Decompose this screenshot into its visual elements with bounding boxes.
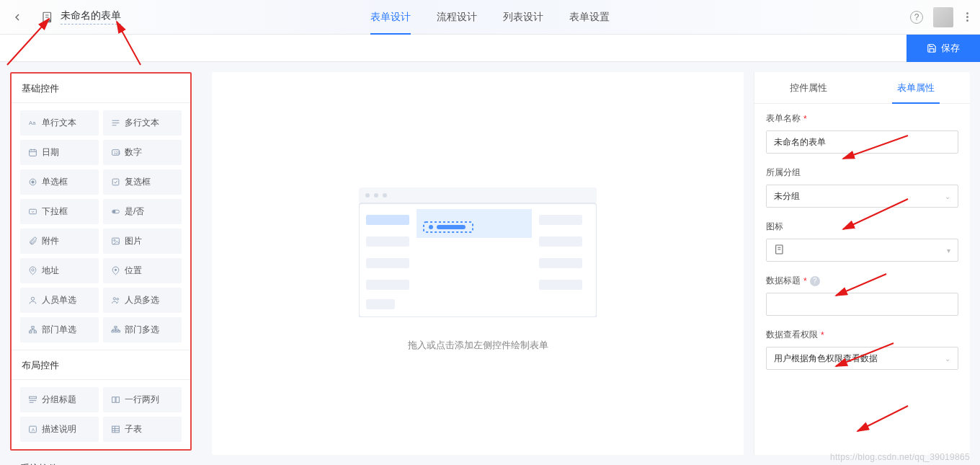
widget-item-label: 描述说明	[42, 423, 76, 435]
widget-number[interactable]: 123数字	[103, 140, 182, 165]
widget-desc[interactable]: A描述说明	[20, 417, 99, 442]
field-data-title: 数据标题* ?	[766, 275, 958, 316]
widget-checkbox[interactable]: 复选框	[103, 169, 182, 195]
field-group: 所属分组 未分组 ⌄	[766, 167, 958, 208]
address-icon	[27, 266, 37, 276]
icon-preview	[774, 244, 785, 257]
svg-rect-47	[366, 215, 409, 225]
widget-depts[interactable]: 部门多选	[103, 317, 182, 342]
svg-point-16	[112, 211, 115, 213]
svg-rect-30	[117, 331, 120, 332]
widget-item-label: 子表	[125, 423, 142, 435]
widget-item-label: 附件	[42, 235, 59, 247]
svg-rect-27	[114, 327, 116, 328]
back-button[interactable]	[0, 0, 35, 35]
select-view-permission[interactable]: 用户根据角色权限查看数据 ⌄	[766, 347, 958, 370]
label-data-title: 数据标题* ?	[766, 275, 958, 287]
help-icon[interactable]: ?	[910, 11, 923, 24]
tab-flow-design[interactable]: 流程设计	[437, 0, 477, 35]
widget-image[interactable]: 图片	[103, 229, 182, 254]
widget-user[interactable]: 人员单选	[20, 288, 99, 313]
widget-dept[interactable]: 部门单选	[20, 317, 99, 342]
tab-form-props[interactable]: 表单属性	[863, 72, 971, 103]
save-button-label: 保存	[941, 42, 960, 55]
widget-users[interactable]: 人员多选	[103, 288, 182, 313]
help-icon[interactable]: ?	[810, 276, 820, 286]
svg-rect-24	[31, 327, 33, 329]
properties-panel: 控件属性 表单属性 表单名称* 所属分组 未分组 ⌄ 图标	[754, 72, 970, 455]
svg-rect-29	[115, 331, 117, 332]
widget-switch[interactable]: 是/否	[103, 199, 182, 224]
tab-form-settings[interactable]: 表单设置	[569, 0, 610, 35]
widget-item-label: 地址	[42, 265, 59, 277]
select-icon[interactable]: ▾	[766, 239, 958, 262]
svg-rect-52	[416, 209, 532, 238]
desc-icon: A	[27, 425, 37, 435]
widget-item-label: 多行文本	[125, 117, 159, 129]
two-col-icon	[110, 395, 120, 405]
tab-form-design[interactable]: 表单设计	[370, 0, 411, 35]
widget-item-label: 复选框	[125, 176, 151, 188]
form-icon	[40, 10, 55, 25]
svg-rect-51	[366, 299, 395, 309]
widget-dropdown[interactable]: 下拉框	[20, 199, 99, 224]
chevron-down-icon: ⌄	[945, 355, 950, 363]
chevron-down-icon: ▾	[947, 247, 950, 254]
multitext-icon	[110, 118, 120, 128]
number-icon: 123	[110, 148, 120, 158]
svg-rect-38	[112, 426, 119, 433]
svg-rect-5	[29, 150, 36, 156]
widget-group-title[interactable]: 分组标题	[20, 387, 99, 412]
label-form-name: 表单名称*	[766, 112, 958, 125]
widget-item-label: 是/否	[125, 205, 144, 218]
title-area: 未命名的表单	[35, 9, 121, 25]
tab-widget-props[interactable]: 控件属性	[754, 72, 863, 103]
widget-date[interactable]: 日期	[20, 140, 99, 165]
widget-attach[interactable]: 附件	[20, 229, 99, 254]
svg-point-45	[383, 193, 387, 198]
toolbar: 保存	[0, 35, 980, 62]
widget-item-label: 部门多选	[125, 324, 159, 336]
widget-subtable[interactable]: 子表	[103, 417, 182, 442]
svg-point-20	[115, 269, 116, 270]
basic-widgets-grid: Aa单行文本多行文本日期123数字单选框复选框下拉框是/否附件图片地址位置人员单…	[12, 103, 190, 350]
more-menu-icon[interactable]	[963, 9, 971, 25]
select-group[interactable]: 未分组 ⌄	[766, 185, 958, 208]
svg-point-54	[429, 225, 433, 229]
widget-location[interactable]: 位置	[103, 258, 182, 283]
svg-rect-28	[112, 331, 114, 332]
widget-text[interactable]: Aa单行文本	[20, 110, 99, 136]
properties-body: 表单名称* 所属分组 未分组 ⌄ 图标 ▾	[754, 104, 970, 391]
widget-multitext[interactable]: 多行文本	[103, 110, 182, 136]
placeholder-illustration	[359, 187, 597, 317]
image-icon	[110, 236, 120, 247]
placeholder-text: 拖入或点击添加左侧控件绘制表单	[408, 339, 548, 352]
field-icon: 图标 ▾	[766, 221, 958, 262]
select-group-value: 未分组	[774, 190, 800, 203]
input-form-name[interactable]	[766, 130, 958, 154]
save-button[interactable]: 保存	[906, 35, 980, 62]
chevron-down-icon: ⌄	[945, 192, 950, 200]
svg-rect-57	[539, 236, 582, 247]
svg-rect-58	[539, 258, 582, 268]
canvas-dropzone[interactable]: 拖入或点击添加左侧控件绘制表单	[212, 72, 744, 455]
form-title[interactable]: 未命名的表单	[61, 9, 121, 25]
svg-rect-56	[539, 215, 582, 225]
widget-address[interactable]: 地址	[20, 258, 99, 283]
widget-two-col[interactable]: 一行两列	[103, 387, 182, 412]
svg-point-12	[31, 181, 33, 183]
svg-rect-17	[112, 238, 119, 244]
svg-rect-25	[29, 331, 31, 333]
group-title-layout: 布局控件	[12, 350, 190, 380]
widget-radio[interactable]: 单选框	[20, 169, 99, 195]
widget-item-label: 单行文本	[42, 117, 76, 129]
tab-list-design[interactable]: 列表设计	[503, 0, 543, 35]
avatar[interactable]	[933, 7, 953, 27]
main-area: 基础控件 Aa单行文本多行文本日期123数字单选框复选框下拉框是/否附件图片地址…	[0, 62, 980, 465]
svg-point-22	[113, 298, 115, 300]
label-group: 所属分组	[766, 167, 958, 179]
svg-rect-50	[366, 280, 409, 290]
group-title-basic: 基础控件	[12, 74, 190, 103]
svg-rect-31	[29, 397, 36, 399]
input-data-title[interactable]	[766, 293, 958, 316]
